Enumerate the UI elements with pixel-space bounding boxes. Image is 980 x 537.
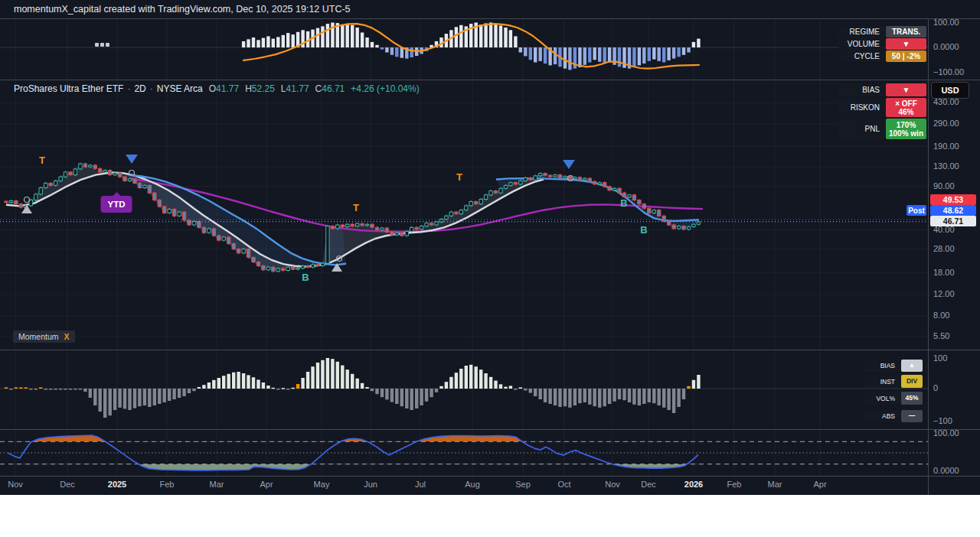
- price-axis[interactable]: USD 430.00290.00190.00130.0090.0040.0028…: [928, 19, 980, 495]
- symbol-exchange: NYSE Arca: [157, 83, 203, 94]
- time-axis-label[interactable]: Dec: [60, 480, 75, 489]
- status-badge[interactable]: ▼: [886, 38, 926, 50]
- time-axis-label[interactable]: Dec: [641, 480, 656, 489]
- ohlc-high-value: 52.25: [252, 83, 275, 94]
- status-badge[interactable]: 45%: [901, 392, 923, 405]
- ohlc-open-value: 41.77: [216, 83, 239, 94]
- ohlc-high-label: H: [245, 83, 252, 94]
- footer: TradingView: [0, 495, 980, 537]
- price-label-48.62[interactable]: 48.62: [930, 205, 976, 216]
- pane-separator[interactable]: [0, 429, 980, 430]
- time-axis-label[interactable]: Apr: [260, 480, 273, 489]
- time-axis-label[interactable]: 2025: [108, 480, 126, 489]
- momentum-indicator-legend[interactable]: MomentumX: [13, 330, 75, 343]
- indicator-row-bias[interactable]: BIAS▼: [838, 83, 926, 96]
- close-icon[interactable]: X: [64, 332, 70, 341]
- indicator-row-volume[interactable]: VOLUME▼: [838, 38, 926, 50]
- indicator-label: REGIME: [838, 26, 884, 37]
- pane-separator[interactable]: [0, 80, 980, 80]
- scale-label: 0: [933, 383, 938, 392]
- indicator-label: INST: [864, 375, 900, 388]
- scale-label: 0.0000: [933, 466, 959, 475]
- dot-icon: [100, 43, 104, 47]
- indicator-row-regime[interactable]: REGIMETRANS.: [838, 26, 926, 37]
- indicator-row-abs[interactable]: ABS—: [864, 410, 923, 422]
- indicator-row-bias[interactable]: BIAS▲: [864, 360, 923, 372]
- time-axis-label[interactable]: Nov: [8, 480, 23, 489]
- time-axis-label[interactable]: 2026: [684, 480, 703, 489]
- ytd-label[interactable]: YTD: [101, 196, 132, 213]
- time-axis[interactable]: NovDec2025FebMarAprMayJunJulAugSepOctNov…: [0, 477, 928, 495]
- time-axis-label[interactable]: Mar: [768, 480, 782, 489]
- time-axis-label[interactable]: May: [314, 480, 330, 489]
- indicator-label: BIAS: [864, 360, 900, 372]
- status-badge[interactable]: TRANS.: [886, 26, 926, 37]
- indicator-row-pnl[interactable]: PNL170%100% win: [838, 119, 926, 139]
- time-axis-label[interactable]: Feb: [160, 480, 175, 489]
- currency-label[interactable]: USD: [931, 82, 969, 99]
- ohlc-open-label: O: [209, 83, 216, 94]
- scale-label: 430.00: [933, 97, 959, 106]
- status-badge[interactable]: DIV: [901, 375, 923, 388]
- scale-label: 28.00: [933, 244, 955, 253]
- header-separator: [0, 18, 980, 19]
- time-axis-label[interactable]: Apr: [813, 480, 826, 489]
- price-label-46.71[interactable]: 46.71: [930, 216, 976, 226]
- status-badge[interactable]: —: [901, 410, 923, 422]
- indicator-legend-collapsed[interactable]: [95, 43, 109, 47]
- symbol-title: ProShares Ultra Ether ETF: [14, 83, 123, 94]
- ohlc-low-value: 41.77: [286, 83, 309, 94]
- scale-label: 190.00: [933, 142, 959, 151]
- time-axis-label[interactable]: Oct: [557, 480, 570, 489]
- tradingview-chart-window: momentumX_capital created with TradingVi…: [0, 0, 980, 537]
- status-badge[interactable]: 50 | -2%: [886, 50, 926, 62]
- scale-label: −100.00: [933, 67, 964, 76]
- chart-credit: momentumX_capital created with TradingVi…: [14, 4, 351, 15]
- indicator-row-inst[interactable]: INSTDIV: [864, 375, 923, 388]
- status-badge[interactable]: 170%100% win: [886, 119, 926, 139]
- scale-label: 0.0000: [933, 42, 959, 51]
- time-axis-label[interactable]: Sep: [515, 480, 531, 489]
- scale-label: −100: [933, 416, 952, 425]
- scale-label: 130.00: [933, 161, 959, 171]
- price-label-49.53[interactable]: 49.53: [930, 194, 976, 205]
- scale-label: 8.00: [933, 311, 949, 320]
- time-axis-label[interactable]: Feb: [727, 480, 742, 489]
- scale-label: 12.00: [933, 289, 955, 298]
- time-axis-label[interactable]: Mar: [210, 480, 224, 489]
- indicator-label: RISKON: [838, 98, 884, 117]
- ohlc-close-value: 46.71: [322, 83, 345, 94]
- indicator-label: VOL%: [864, 392, 900, 405]
- scale-label: 100: [933, 353, 947, 363]
- time-axis-label[interactable]: Aug: [465, 480, 480, 489]
- indicator-row-riskon[interactable]: RISKON× OFF46%: [838, 98, 926, 117]
- indicator-row-volpct[interactable]: VOL%45%: [864, 392, 923, 405]
- dot-icon: [106, 43, 109, 47]
- chart-canvas[interactable]: [0, 0, 928, 495]
- status-badge[interactable]: ▲: [901, 360, 923, 372]
- scale-label: 18.00: [933, 268, 955, 277]
- ohlc-change: +4.26 (+10.04%): [351, 83, 419, 94]
- indicator-label: PNL: [838, 119, 884, 139]
- indicator-row-cycle[interactable]: CYCLE50 | -2%: [838, 50, 926, 62]
- time-axis-separator: [0, 476, 980, 477]
- symbol-header[interactable]: ProShares Ultra Ether ETF·2D·NYSE ArcaO4…: [14, 83, 420, 94]
- ohlc-close-label: C: [315, 83, 322, 94]
- scale-label: 290.00: [933, 119, 959, 128]
- indicator-label: VOLUME: [838, 38, 884, 50]
- time-axis-label[interactable]: Jul: [415, 480, 426, 489]
- status-badge[interactable]: × OFF46%: [886, 98, 926, 117]
- scale-label: 90.00: [933, 181, 955, 190]
- time-axis-label[interactable]: Nov: [605, 480, 620, 489]
- scale-label: 5.50: [933, 331, 949, 340]
- momentum-legend-label: Momentum: [18, 332, 59, 341]
- indicator-label: ABS: [864, 410, 900, 422]
- indicator-label: CYCLE: [838, 50, 884, 62]
- ohlc-low-label: L: [281, 83, 286, 94]
- pane-separator[interactable]: [0, 350, 980, 350]
- dot-icon: [95, 43, 99, 47]
- time-axis-label[interactable]: Jun: [364, 480, 377, 489]
- symbol-interval[interactable]: 2D: [134, 83, 145, 94]
- indicator-label: BIAS: [838, 83, 884, 96]
- status-badge[interactable]: ▼: [886, 83, 926, 96]
